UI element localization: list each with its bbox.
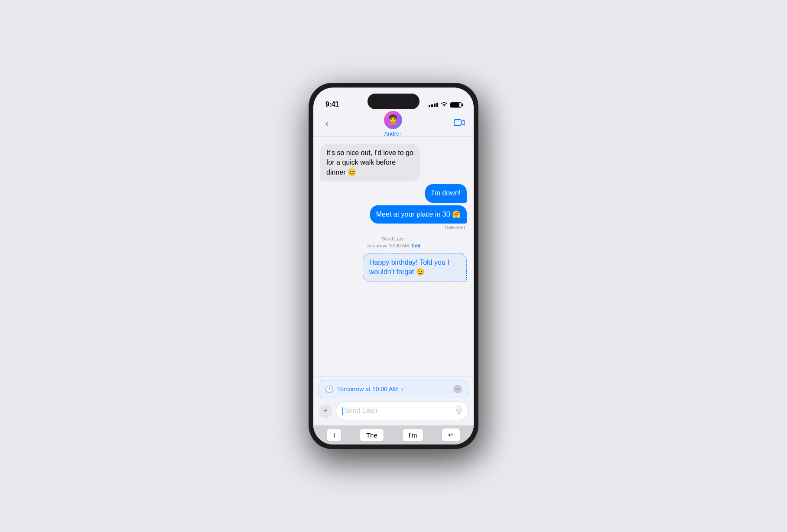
svg-rect-0	[454, 120, 461, 126]
screen: 9:41	[313, 88, 474, 444]
banner-close-button[interactable]: ×	[453, 385, 462, 393]
mic-button[interactable]	[456, 405, 462, 416]
scheduled-message: Happy birthday! Told you I wouldn't forg…	[363, 253, 467, 282]
banner-info: 🕐 Tomorrow at 10:00 AM ›	[325, 385, 403, 393]
dynamic-island	[367, 94, 420, 109]
message-received: It's so nice out, I'd love to go for a q…	[320, 144, 420, 182]
video-call-button[interactable]	[454, 118, 465, 130]
banner-chevron: ›	[401, 386, 403, 393]
key-hint-2[interactable]: The	[360, 429, 384, 441]
message-input-wrap[interactable]: Send Later	[336, 402, 468, 420]
input-row: + Send Later	[313, 398, 474, 425]
key-hint-3[interactable]: I'm	[403, 429, 423, 441]
send-later-label: Send Later Tomorrow 10:00 AM Edit	[320, 235, 467, 250]
contact-info[interactable]: 🧑‍🦱 Andre ›	[384, 111, 402, 137]
key-hint-1[interactable]: I	[327, 429, 341, 441]
banner-time-text: Tomorrow at 10:00 AM	[337, 386, 398, 393]
bubble-sent-2: Meet at your place in 30 🤗	[370, 205, 467, 224]
status-icons	[429, 101, 462, 108]
camera-dot	[410, 99, 414, 104]
send-later-banner[interactable]: 🕐 Tomorrow at 10:00 AM › ×	[319, 380, 468, 398]
clock-icon: 🕐	[325, 385, 334, 393]
svg-rect-1	[458, 406, 460, 411]
messages-area: It's so nice out, I'd love to go for a q…	[313, 137, 474, 376]
add-attachments-button[interactable]: +	[319, 404, 332, 418]
status-time: 9:41	[325, 101, 339, 108]
keyboard-hint-bar: I The I'm ↵	[313, 425, 474, 444]
contact-name: Andre ›	[384, 130, 401, 137]
message-sent-1: I'm down!	[425, 184, 467, 202]
back-button[interactable]: ‹	[322, 117, 332, 131]
delivered-status: Delivered	[445, 225, 467, 230]
send-later-edit-button[interactable]: Edit	[412, 243, 421, 248]
phone-shell: 9:41	[309, 83, 478, 449]
nav-bar: ‹ 🧑‍🦱 Andre ›	[313, 111, 474, 137]
bubble-sent: I'm down!	[425, 184, 467, 202]
message-input[interactable]: Send Later	[342, 407, 378, 415]
key-hint-4[interactable]: ↵	[442, 428, 460, 441]
bubble-scheduled: Happy birthday! Told you I wouldn't forg…	[363, 253, 467, 282]
battery-icon	[450, 102, 462, 108]
scene: 9:41	[281, 71, 506, 461]
avatar: 🧑‍🦱	[384, 111, 402, 129]
wifi-icon	[441, 101, 448, 108]
signal-bars-icon	[429, 103, 438, 107]
message-sent-2: Meet at your place in 30 🤗 Delivered	[370, 205, 467, 230]
bubble-received: It's so nice out, I'd love to go for a q…	[320, 144, 420, 182]
bottom-area: 🕐 Tomorrow at 10:00 AM › × + Send Later	[313, 376, 474, 444]
